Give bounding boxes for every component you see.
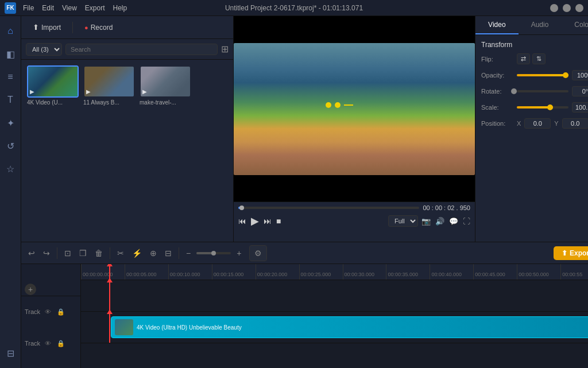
sidebar-icon-home[interactable]: ⌂ (0, 21, 21, 41)
tab-video[interactable]: Video (475, 16, 519, 34)
stop-button[interactable]: ■ (276, 216, 281, 226)
clip-label: 4K Video (Ultra HD) Unbelievable Beauty (137, 324, 242, 331)
progress-thumb (239, 206, 244, 210)
opacity-row: Opacity: 100% (481, 70, 588, 80)
scale-thumb (547, 104, 553, 110)
minimize-button[interactable] (550, 4, 558, 12)
track-eye-1[interactable]: 👁 (44, 307, 52, 316)
opacity-value[interactable]: 100% (572, 70, 588, 80)
position-row: Position: X 0.0 Y 0.0 (481, 118, 588, 129)
timeline-ruler: 00:00:00.000 00:00:05.000 00:00:10.000 0… (81, 264, 588, 280)
sidebar-icon-effects[interactable]: ✦ (0, 113, 21, 133)
sidebar-icon-export[interactable]: ⊟ (0, 343, 21, 363)
close-button[interactable] (575, 4, 583, 12)
toolbar-sep-1 (57, 247, 57, 259)
audio-button[interactable]: 🔊 (435, 217, 444, 226)
split-button[interactable]: ⊕ (148, 247, 159, 259)
crop-button[interactable]: ⊡ (62, 247, 74, 259)
ruler-mark-5: 00:00:25.000 (299, 264, 343, 280)
media-item[interactable]: ▶ 11 Always B... (83, 65, 135, 236)
properties-tabs: Video Audio Color (475, 16, 588, 35)
track-labels: + Track 👁 🔒 Track 👁 🔒 (21, 264, 81, 368)
timeline-settings-button[interactable]: ⚙ (249, 245, 267, 261)
flip-buttons: ⇄ ⇅ (517, 53, 546, 64)
playhead[interactable] (109, 264, 110, 280)
add-track-button[interactable]: + (25, 284, 36, 295)
ruler-mark-0: 00:00:00.000 (81, 264, 125, 280)
media-thumb-3: ▶ (140, 65, 191, 98)
thumb-bg-1 (28, 67, 78, 96)
sidebar-icon-timeline[interactable]: ≡ (0, 67, 21, 87)
right-icon-group: 📷 🔊 💬 ⛶ (421, 217, 470, 226)
opacity-slider[interactable] (517, 74, 568, 76)
media-label-2: 11 Always B... (83, 99, 135, 106)
export-button[interactable]: ⬆ Export (554, 246, 588, 260)
import-icon: ⬆ (33, 23, 39, 32)
position-label: Position: (481, 120, 513, 127)
grid-view-button[interactable]: ⊞ (221, 44, 229, 55)
minus-zoom-button[interactable]: − (184, 247, 193, 259)
position-x-label: X (517, 120, 521, 127)
subtitle-button[interactable]: 💬 (449, 217, 458, 226)
import-button[interactable]: ⬆ Import (26, 21, 68, 34)
sidebar-icon-text[interactable]: T (0, 90, 21, 110)
progress-track[interactable] (238, 207, 419, 209)
tab-audio[interactable]: Audio (519, 16, 562, 34)
position-x-value[interactable]: 0.0 (524, 118, 551, 129)
window-controls (550, 4, 583, 12)
play-overlay-1: ▶ (30, 88, 34, 95)
redo-button[interactable]: ↪ (41, 247, 52, 259)
skip-back-button[interactable]: ⏮ (238, 216, 246, 226)
delete-button[interactable]: 🗑 (92, 247, 105, 259)
sidebar-icon-audio[interactable]: ↺ (0, 135, 21, 156)
menu-edit[interactable]: Edit (42, 4, 54, 12)
search-input[interactable] (65, 44, 218, 55)
undo-button[interactable]: ↩ (26, 247, 37, 259)
media-filter-select[interactable]: All (3) (26, 43, 62, 56)
flip-label: Flip: (481, 56, 513, 63)
media-thumb-2: ▶ (83, 65, 135, 98)
preview-dots (326, 102, 353, 108)
opacity-fill (517, 74, 568, 76)
tab-color[interactable]: Color (561, 16, 588, 34)
clip-block[interactable]: 4K Video (Ultra HD) Unbelievable Beauty (111, 316, 588, 338)
track-eye-2[interactable]: 👁 (44, 339, 52, 348)
menu-help[interactable]: Help (113, 4, 127, 12)
zoom-slider[interactable] (196, 252, 231, 254)
menu-file[interactable]: File (23, 4, 34, 12)
snapshot-button[interactable]: 📷 (421, 217, 431, 226)
quality-select[interactable]: Full (388, 215, 418, 227)
rotate-value[interactable]: 0° (572, 86, 588, 96)
wrap-button[interactable]: ⊟ (163, 247, 174, 259)
window-title: Untitled Project 2-0617.tkproj* - 01:01:… (225, 4, 363, 12)
maximize-button[interactable] (563, 4, 571, 12)
speed-button[interactable]: ⚡ (130, 247, 144, 259)
record-button[interactable]: ● Record (78, 21, 119, 34)
media-item[interactable]: ▶ 4K Video (U... (27, 65, 79, 236)
rotate-row: Rotate: 0° (481, 86, 588, 96)
menu-export[interactable]: Export (85, 4, 105, 12)
cut-button[interactable]: ✂ (115, 247, 126, 259)
position-y-value[interactable]: 0.0 (562, 118, 588, 129)
scale-slider[interactable] (517, 106, 568, 109)
dot-2 (335, 102, 341, 108)
menu-view[interactable]: View (62, 4, 77, 12)
plus-zoom-button[interactable]: + (234, 247, 243, 259)
track-lock-1[interactable]: 🔒 (56, 307, 66, 317)
play-button[interactable]: ▶ (251, 215, 259, 227)
opacity-thumb (563, 72, 568, 78)
fullscreen-button[interactable]: ⛶ (463, 217, 470, 226)
scale-value[interactable]: 100.0% (572, 102, 588, 113)
sidebar-icon-sticker[interactable]: ☆ (0, 158, 21, 179)
sidebar-icon-layers[interactable]: ◧ (0, 44, 21, 64)
copy-button[interactable]: ❒ (77, 247, 89, 259)
flip-vertical-button[interactable]: ⇅ (532, 53, 546, 64)
media-filter-row: All (3) ⊞ (21, 39, 233, 60)
media-item[interactable]: ▶ make-travel-... (140, 65, 191, 236)
track-lock-2[interactable]: 🔒 (56, 339, 66, 348)
rotate-slider[interactable] (517, 90, 568, 92)
skip-forward-button[interactable]: ⏭ (264, 216, 272, 226)
preview-viewport (234, 16, 475, 202)
flip-horizontal-button[interactable]: ⇄ (517, 53, 530, 64)
track-row-2: 4K Video (Ultra HD) Unbelievable Beauty (81, 312, 588, 343)
